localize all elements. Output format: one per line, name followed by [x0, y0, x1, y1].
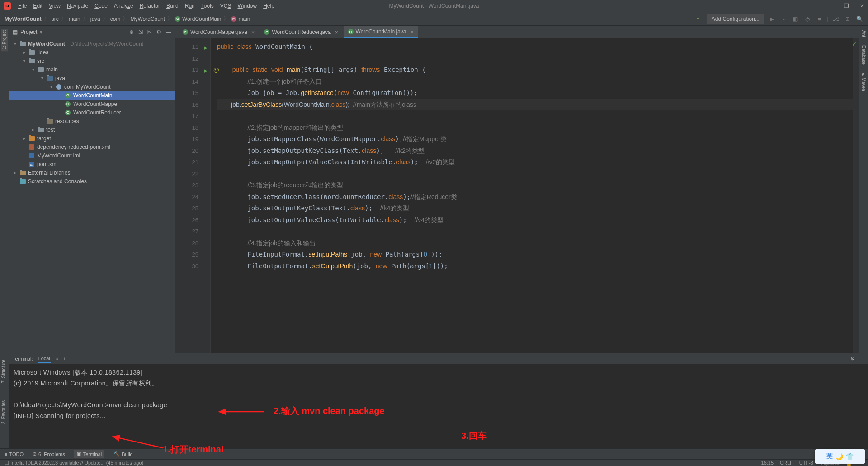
tree-row[interactable]: CWordCountReducer [9, 108, 175, 117]
code-editor[interactable]: public class WordCountMain { public stat… [211, 38, 853, 353]
project-label[interactable]: Project [20, 29, 37, 35]
code-marker-bar[interactable] [853, 38, 859, 353]
breadcrumb-item[interactable]: com [110, 16, 121, 22]
tab-project[interactable]: 1: Project [1, 29, 8, 51]
add-configuration-button[interactable]: Add Configuration... [707, 14, 764, 24]
menu-analyze[interactable]: Analyze [111, 1, 136, 10]
tab-todo[interactable]: ≡TODO [5, 452, 24, 457]
tree-row[interactable]: ▸target [9, 134, 175, 143]
menu-edit[interactable]: Edit [30, 1, 45, 10]
terminal-output[interactable]: Microsoft Windows [版本 10.0.18362.1139] (… [9, 364, 868, 448]
emoji-icon: 🌙 [835, 453, 843, 460]
project-tree[interactable]: ▾MyWordCount D:\IdeaProjects\MyWordCount… [9, 38, 175, 353]
menu-file[interactable]: File [15, 1, 29, 10]
close-icon[interactable]: × [335, 29, 339, 36]
tree-row[interactable]: ▸.idea [9, 48, 175, 57]
coverage-icon[interactable]: ◧ [792, 15, 800, 23]
breadcrumb-item[interactable]: src [52, 16, 59, 22]
stop-icon[interactable]: ■ [815, 15, 823, 23]
breadcrumb-item[interactable]: MyWordCount [130, 16, 165, 22]
class-icon: C [348, 29, 354, 34]
menu-code[interactable]: Code [92, 1, 110, 10]
build-icon[interactable]: ⬑ [695, 15, 703, 23]
tab-maven-right[interactable]: m Maven [860, 71, 867, 93]
run-gutter-icon[interactable]: ▶ [204, 65, 208, 77]
tab-database[interactable]: Database [860, 43, 867, 67]
tree-row[interactable]: ▸External Libraries [9, 168, 175, 177]
tab-build[interactable]: 🔨Build [113, 451, 132, 457]
search-everywhere-icon[interactable]: 🔍 [855, 15, 863, 23]
tree-row[interactable]: ▾src [9, 57, 175, 65]
breadcrumb-item[interactable]: main [69, 16, 80, 22]
tree-row[interactable]: ▾java [9, 74, 175, 82]
tab-ant[interactable]: Ant [860, 29, 867, 39]
collapse-all-icon[interactable]: ⇱ [147, 29, 152, 35]
add-terminal-icon[interactable]: + [63, 356, 66, 361]
breadcrumb-item[interactable]: main [238, 16, 250, 22]
package-icon [56, 84, 61, 90]
tab-favorites[interactable]: 2: Favorites [0, 399, 7, 426]
profile-icon[interactable]: ◔ [803, 15, 811, 23]
ime-badge[interactable]: 英 🌙 👕 [815, 449, 865, 464]
chevron-down-icon[interactable]: ▾ [40, 29, 42, 35]
tab-reducer[interactable]: CWordCountReducer.java× [259, 26, 343, 38]
breadcrumb-item[interactable]: WordCountMain [182, 16, 221, 22]
tree-row[interactable]: mpom.xml [9, 160, 175, 168]
menu-window[interactable]: Window [235, 1, 259, 10]
gutter[interactable]: ▶ ▶ @ 1112131415161718192021222324252627… [175, 38, 211, 353]
tab-mapper[interactable]: CWordCountMapper.java× [178, 26, 259, 38]
status-encoding[interactable]: UTF-8 [799, 460, 813, 466]
class-icon: C [65, 110, 71, 115]
hide-icon[interactable]: — [859, 356, 864, 361]
tree-row[interactable]: resources [9, 117, 175, 125]
breadcrumb-item[interactable]: java [90, 16, 100, 22]
close-icon[interactable]: × [56, 356, 58, 361]
menu-refactor[interactable]: Refactor [137, 1, 163, 10]
tree-row[interactable]: ▾com.MyWordCount [9, 82, 175, 91]
tree-row[interactable]: ▸test [9, 125, 175, 134]
menu-help[interactable]: Help [260, 1, 277, 10]
status-message[interactable]: IntelliJ IDEA 2020.2.3 available // Upda… [10, 460, 143, 466]
run-gutter-icon[interactable]: ▶ [204, 42, 208, 54]
minimize-icon[interactable]: — [828, 3, 833, 9]
locate-icon[interactable]: ⊕ [129, 29, 134, 35]
terminal-tab-local[interactable]: Local [38, 355, 51, 363]
menu-vcs[interactable]: VCS [217, 1, 234, 10]
close-icon[interactable]: × [410, 29, 414, 35]
tree-row[interactable]: MyWordCount.iml [9, 151, 175, 160]
tree-row[interactable]: ▾main [9, 65, 175, 74]
run-icon[interactable]: ▶ [768, 15, 776, 23]
status-line-sep[interactable]: CRLF [780, 460, 793, 466]
close-icon[interactable]: × [251, 29, 255, 36]
tree-row[interactable]: dependency-reduced-pom.xml [9, 143, 175, 151]
maximize-icon[interactable]: ❐ [844, 3, 849, 9]
gear-icon[interactable]: ⚙ [850, 356, 855, 361]
menu-tools[interactable]: Tools [198, 1, 217, 10]
tree-row-selected[interactable]: CWordCountMain [9, 91, 175, 100]
menu-build[interactable]: Build [164, 1, 181, 10]
tab-structure[interactable]: 7: Structure [0, 358, 7, 385]
editor-area: CWordCountMapper.java× CWordCountReducer… [175, 26, 859, 353]
gear-icon[interactable]: ⚙ [156, 29, 161, 35]
tree-row[interactable]: CWordCountMapper [9, 100, 175, 108]
inspection-ok-icon[interactable]: ✓ [852, 40, 857, 48]
breadcrumb[interactable]: MyWordCount〉 src〉 main〉 java〉 com〉 MyWor… [5, 15, 250, 23]
vcs-icon[interactable]: ⎇ [832, 15, 840, 23]
breadcrumb-item[interactable]: MyWordCount [5, 16, 42, 22]
tree-row[interactable]: ▾MyWordCount D:\IdeaProjects\MyWordCount [9, 39, 175, 48]
project-structure-icon[interactable]: ⊞ [844, 15, 852, 23]
menu-run[interactable]: Run [182, 1, 198, 10]
tab-main-active[interactable]: CWordCountMain.java× [344, 26, 418, 38]
tab-problems[interactable]: ⊘6: Problems [33, 451, 65, 457]
bottom-tool-tabs: ≡TODO ⊘6: Problems ▣Terminal 🔨Build ▭ [0, 448, 868, 459]
tab-terminal[interactable]: ▣Terminal [74, 450, 105, 458]
close-icon[interactable]: ✕ [860, 3, 864, 9]
tree-row[interactable]: Scratches and Consoles [9, 177, 175, 185]
notification-icon[interactable]: ☐ [5, 460, 9, 466]
status-caret-pos[interactable]: 16:15 [761, 460, 774, 466]
debug-icon[interactable]: ⌁ [780, 15, 788, 23]
menu-view[interactable]: View [46, 1, 63, 10]
menu-navigate[interactable]: Navigate [64, 1, 91, 10]
expand-all-icon[interactable]: ⇲ [138, 29, 143, 35]
hide-icon[interactable]: — [166, 29, 171, 35]
